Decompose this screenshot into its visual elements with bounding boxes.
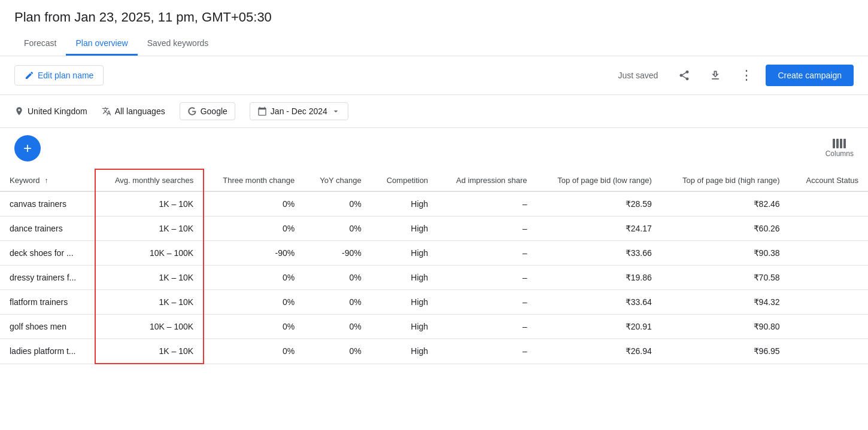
cell-ad_impression_share: – — [438, 290, 536, 315]
toolbar: Edit plan name Just saved ⋮ Create campa… — [0, 56, 868, 95]
cell-top_bid_high: ₹60.26 — [661, 216, 790, 241]
col-header-top-bid-high[interactable]: Top of page bid (high range) — [661, 169, 790, 191]
keyword-table-wrapper: Keyword ↑ Avg. monthly searches Three mo… — [0, 169, 868, 364]
cell-avg_monthly_searches: 1K – 10K — [95, 339, 204, 364]
language-filter[interactable]: All languages — [102, 106, 165, 116]
date-range-filter[interactable]: Jan - Dec 2024 — [250, 102, 348, 120]
cell-top_bid_high: ₹94.32 — [661, 290, 790, 315]
cell-yoy_change: 0% — [304, 266, 371, 290]
cell-keyword: dressy trainers f... — [0, 266, 95, 290]
cell-three_month_change: 0% — [204, 266, 304, 290]
pencil-icon — [25, 71, 34, 80]
cell-ad_impression_share: – — [438, 191, 536, 216]
share-button[interactable] — [672, 63, 696, 87]
tab-bar: Forecast Plan overview Saved keywords — [14, 32, 854, 56]
cell-avg_monthly_searches: 10K – 100K — [95, 315, 204, 339]
edit-plan-button[interactable]: Edit plan name — [14, 65, 104, 86]
header-bar: Plan from Jan 23, 2025, 11 pm, GMT+05:30… — [0, 0, 868, 56]
col-header-keyword[interactable]: Keyword ↑ — [0, 169, 95, 191]
cell-top_bid_low: ₹33.66 — [536, 241, 661, 266]
content-area: + Columns Keyword ↑ Avg. monthly searche… — [0, 128, 868, 364]
cell-yoy_change: 0% — [304, 216, 371, 241]
chevron-down-icon — [331, 106, 341, 116]
location-filter[interactable]: United Kingdom — [14, 106, 87, 116]
table-row: canvas trainers1K – 10K0%0%High–₹28.59₹8… — [0, 191, 868, 216]
cell-ad_impression_share: – — [438, 216, 536, 241]
filter-bar: United Kingdom All languages Google Jan … — [0, 95, 868, 128]
tab-forecast[interactable]: Forecast — [14, 32, 66, 56]
cell-competition: High — [371, 290, 438, 315]
cell-account_status — [790, 191, 868, 216]
cell-keyword: flatform trainers — [0, 290, 95, 315]
download-button[interactable] — [703, 63, 727, 87]
cell-account_status — [790, 315, 868, 339]
table-row: ladies platform t...1K – 10K0%0%High–₹26… — [0, 339, 868, 364]
add-keyword-button[interactable]: + — [14, 135, 41, 161]
cell-account_status — [790, 241, 868, 266]
cell-ad_impression_share: – — [438, 241, 536, 266]
just-saved-label: Just saved — [618, 71, 658, 80]
sort-icon: ↑ — [44, 176, 48, 185]
col-header-avg-monthly-searches[interactable]: Avg. monthly searches — [95, 169, 204, 191]
cell-three_month_change: 0% — [204, 191, 304, 216]
cell-keyword: deck shoes for ... — [0, 241, 95, 266]
cell-top_bid_low: ₹33.64 — [536, 290, 661, 315]
cell-competition: High — [371, 339, 438, 364]
cell-top_bid_low: ₹24.17 — [536, 216, 661, 241]
download-icon — [709, 69, 721, 81]
more-options-button[interactable]: ⋮ — [735, 63, 758, 87]
tab-saved-keywords[interactable]: Saved keywords — [138, 32, 218, 56]
cell-account_status — [790, 339, 868, 364]
network-filter[interactable]: Google — [180, 102, 235, 120]
cell-account_status — [790, 290, 868, 315]
tab-plan-overview[interactable]: Plan overview — [66, 32, 137, 56]
cell-three_month_change: 0% — [204, 290, 304, 315]
cell-top_bid_high: ₹96.95 — [661, 339, 790, 364]
cell-avg_monthly_searches: 1K – 10K — [95, 191, 204, 216]
cell-account_status — [790, 216, 868, 241]
table-row: dressy trainers f...1K – 10K0%0%High–₹19… — [0, 266, 868, 290]
cell-keyword: canvas trainers — [0, 191, 95, 216]
keyword-table: Keyword ↑ Avg. monthly searches Three mo… — [0, 169, 868, 364]
cell-competition: High — [371, 241, 438, 266]
cell-top_bid_high: ₹82.46 — [661, 191, 790, 216]
translate-icon — [102, 106, 111, 116]
cell-yoy_change: 0% — [304, 290, 371, 315]
cell-top_bid_low: ₹19.86 — [536, 266, 661, 290]
share-icon — [678, 69, 690, 81]
cell-account_status — [790, 266, 868, 290]
page-title: Plan from Jan 23, 2025, 11 pm, GMT+05:30 — [14, 10, 854, 32]
table-row: dance trainers1K – 10K0%0%High–₹24.17₹60… — [0, 216, 868, 241]
cell-avg_monthly_searches: 10K – 100K — [95, 241, 204, 266]
cell-three_month_change: 0% — [204, 216, 304, 241]
cell-competition: High — [371, 266, 438, 290]
cell-yoy_change: 0% — [304, 315, 371, 339]
cell-top_bid_high: ₹90.38 — [661, 241, 790, 266]
cell-yoy_change: -90% — [304, 241, 371, 266]
cell-top_bid_high: ₹90.80 — [661, 315, 790, 339]
cell-keyword: golf shoes men — [0, 315, 95, 339]
location-icon — [14, 106, 24, 116]
cell-ad_impression_share: – — [438, 339, 536, 364]
table-row: deck shoes for ...10K – 100K-90%-90%High… — [0, 241, 868, 266]
col-header-top-bid-low[interactable]: Top of page bid (low range) — [536, 169, 661, 191]
create-campaign-button[interactable]: Create campaign — [766, 65, 854, 86]
cell-ad_impression_share: – — [438, 266, 536, 290]
col-header-competition[interactable]: Competition — [371, 169, 438, 191]
table-row: golf shoes men10K – 100K0%0%High–₹20.91₹… — [0, 315, 868, 339]
col-header-account-status[interactable]: Account Status — [790, 169, 868, 191]
cell-yoy_change: 0% — [304, 339, 371, 364]
calendar-icon — [257, 106, 267, 116]
cell-three_month_change: 0% — [204, 339, 304, 364]
col-header-ad-impression-share[interactable]: Ad impression share — [438, 169, 536, 191]
col-header-yoy-change[interactable]: YoY change — [304, 169, 371, 191]
google-icon — [187, 106, 197, 116]
col-header-three-month-change[interactable]: Three month change — [204, 169, 304, 191]
cell-top_bid_low: ₹28.59 — [536, 191, 661, 216]
columns-icon — [833, 139, 846, 148]
columns-button[interactable]: Columns — [825, 139, 854, 158]
cell-three_month_change: -90% — [204, 241, 304, 266]
cell-ad_impression_share: – — [438, 315, 536, 339]
cell-avg_monthly_searches: 1K – 10K — [95, 266, 204, 290]
cell-keyword: ladies platform t... — [0, 339, 95, 364]
